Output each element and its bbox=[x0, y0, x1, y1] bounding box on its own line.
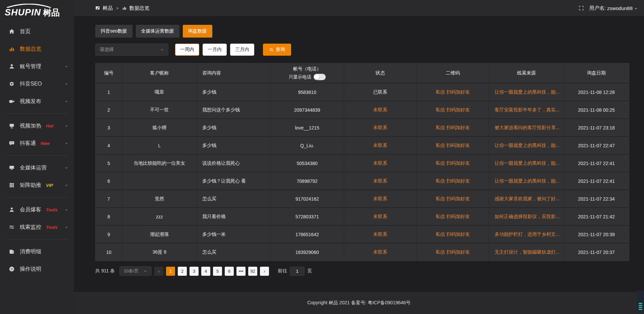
phone-only-toggle[interactable] bbox=[314, 74, 326, 80]
cell-account: 917024162 bbox=[271, 190, 344, 207]
main-area: 树品 > 数据总览 用户名: zswodun88 抖音seo数据 bbox=[74, 0, 644, 314]
search-button[interactable]: 查询 bbox=[263, 44, 291, 56]
search-icon bbox=[269, 47, 274, 52]
cell-id: 10 bbox=[96, 244, 122, 261]
cell-source-link[interactable]: 被大家追着问的客厅投影分享... bbox=[489, 119, 564, 136]
table-row: 5 当地比较能吃的一位美女 说说价格让我死心 50534380 未联系 私信 扫… bbox=[96, 155, 629, 172]
sidebar-item-doketong[interactable]: 抖客通 New bbox=[0, 135, 74, 152]
topbar: 树品 > 数据总览 用户名: zswodun88 bbox=[74, 0, 644, 16]
gear-icon bbox=[9, 81, 15, 87]
cell-source-link[interactable]: 客厅安装投影半年多了，真实... bbox=[489, 101, 564, 118]
page-size-select[interactable]: 10条/页 bbox=[119, 266, 152, 276]
col-header-status: 状态 bbox=[344, 63, 417, 83]
cell-status: 未联系 bbox=[344, 226, 417, 243]
cell-source-link[interactable]: 如何正确选择投影仪，买投影... bbox=[489, 208, 564, 225]
cell-qrcode-link[interactable]: 私信 扫码加好友 bbox=[417, 190, 489, 207]
app-window: SHUPIN 树品 首页 数据总览 账号管理 抖音SEO bbox=[0, 0, 644, 314]
fullscreen-icon[interactable] bbox=[579, 5, 584, 11]
next-page-button[interactable]: › bbox=[260, 267, 269, 276]
cell-account: 9583810 bbox=[271, 84, 344, 101]
user-menu[interactable]: 用户名: zswodun88 bbox=[589, 5, 638, 11]
cell-account: 183929060 bbox=[271, 244, 344, 261]
sidebar-divider bbox=[6, 239, 68, 240]
data-tab-button[interactable]: 全媒体运营数据 bbox=[136, 25, 179, 38]
cell-id: 9 bbox=[96, 226, 122, 243]
cell-date: 2021-11-07 23:18 bbox=[564, 119, 629, 136]
data-tab-button[interactable]: 抖音seo数据 bbox=[95, 25, 132, 38]
sidebar-item-home[interactable]: 首页 bbox=[0, 23, 74, 40]
sidebar-item-data-overview[interactable]: 数据总览 bbox=[0, 40, 74, 58]
cell-qrcode-link[interactable]: 私信 扫码加好友 bbox=[417, 119, 489, 136]
cell-date: 2021-11-07 22:41 bbox=[564, 172, 629, 190]
cell-qrcode-link[interactable]: 私信 扫码加好友 bbox=[417, 101, 489, 118]
sidebar-item-video-publish[interactable]: 视频发布 bbox=[0, 93, 74, 110]
cell-source-link[interactable]: 让你一眼就爱上的黑科技，能... bbox=[489, 172, 564, 190]
page-number-button[interactable]: 4 bbox=[201, 267, 210, 276]
cell-content: 多少钱 bbox=[197, 119, 270, 136]
breadcrumb-root[interactable]: 树品 bbox=[103, 5, 113, 11]
goto-page-input[interactable] bbox=[290, 267, 305, 276]
page-number-button[interactable]: 1 bbox=[166, 267, 175, 276]
sidebar-item-douyin-seo[interactable]: 抖音SEO bbox=[0, 75, 74, 93]
page-number-button[interactable]: 6 bbox=[225, 267, 234, 276]
table-row: 3 狐小狸 多少钱 love__1215 未联系 私信 扫码加好友 被大家追着问… bbox=[96, 119, 629, 137]
cell-account: 70898792 bbox=[271, 172, 344, 190]
cell-content: 多少钱？让我死心 看 bbox=[197, 172, 270, 190]
sidebar-item-lead-monitor[interactable]: 线索监控 Tools bbox=[0, 218, 74, 236]
cell-source-link[interactable]: 让你一眼就爱上的黑科技，能... bbox=[489, 84, 564, 101]
period-button[interactable]: 三月内 bbox=[230, 44, 254, 56]
breadcrumb: 树品 > 数据总览 bbox=[95, 5, 150, 11]
floating-service-widget[interactable] bbox=[637, 291, 644, 312]
cell-source-link[interactable]: 让你一眼就爱上的黑科技，能... bbox=[489, 137, 564, 154]
cell-qrcode-link[interactable]: 私信 扫码加好友 bbox=[417, 226, 489, 243]
sidebar-nav: 首页 数据总览 账号管理 抖音SEO 视频发布 bbox=[0, 20, 74, 314]
cell-qrcode-link[interactable]: 私信 扫码加好友 bbox=[417, 84, 489, 101]
cell-qrcode-link[interactable]: 私信 扫码加好友 bbox=[417, 172, 489, 190]
chevron-down-icon bbox=[64, 124, 68, 128]
table-row: 10 36度 8 怎么买 183929060 未联系 私信 扫码加好友 无主灯设… bbox=[96, 244, 629, 261]
cell-source-link[interactable]: 感谢大家喜欢我家，被问了好... bbox=[489, 190, 564, 207]
cell-qrcode-link[interactable]: 私信 扫码加好友 bbox=[417, 208, 489, 225]
sidebar-item-member-baoke[interactable]: 会员爆客 Tools bbox=[0, 201, 74, 218]
sidebar-item-video-heat[interactable]: 视频加热 Hot bbox=[0, 117, 74, 135]
period-button[interactable]: 一月内 bbox=[203, 44, 227, 56]
cell-status: 未联系 bbox=[344, 208, 417, 225]
prev-page-button[interactable]: ‹ bbox=[154, 267, 163, 276]
sidebar-item-consumption-detail[interactable]: 消费明细 bbox=[0, 243, 74, 260]
vip-badge: VIP bbox=[46, 183, 53, 188]
table-row: 2 不可一世 我想问这个多少钱 2097344839 未联系 私信 扫码加好友 … bbox=[96, 101, 629, 119]
breadcrumb-current: 数据总览 bbox=[129, 5, 150, 11]
goto-label: 前往 bbox=[278, 268, 287, 274]
cell-qrcode-link[interactable]: 私信 扫码加好友 bbox=[417, 155, 489, 172]
sidebar-item-account-mgmt[interactable]: 账号管理 bbox=[0, 58, 74, 75]
cell-content: 怎么买 bbox=[197, 244, 270, 261]
cell-id: 6 bbox=[96, 172, 122, 190]
page-number-button[interactable]: 92 bbox=[248, 267, 257, 276]
page-number-button[interactable]: 3 bbox=[190, 267, 199, 276]
cell-source-link[interactable]: 无主灯设计，智能磁吸轨道灯... bbox=[489, 244, 564, 261]
cell-source-link[interactable]: 多功能护栏灯，适用于乡村文... bbox=[489, 226, 564, 243]
period-buttons: 一周内 一月内 三月内 bbox=[175, 44, 254, 56]
page-number-button[interactable]: 5 bbox=[213, 267, 222, 276]
cell-content: 多少钱 bbox=[197, 84, 270, 101]
toggle-knob bbox=[314, 74, 319, 80]
sidebar-item-instructions[interactable]: ? 操作说明 bbox=[0, 260, 74, 278]
logo-brand-cn: 树品 bbox=[43, 7, 60, 18]
sidebar-item-omnimedia[interactable]: 全媒体运营 bbox=[0, 159, 74, 176]
page-number-button[interactable]: ••• bbox=[236, 267, 246, 276]
sidebar-item-matrix-boost[interactable]: 矩阵助推 VIP bbox=[0, 176, 74, 194]
page-number-button[interactable]: 2 bbox=[178, 267, 187, 276]
svg-text:?: ? bbox=[11, 267, 13, 271]
filter-select[interactable]: 请选择 bbox=[95, 44, 168, 56]
chevron-down-icon bbox=[64, 99, 68, 103]
logo-brand-text: SHUPIN bbox=[5, 7, 41, 18]
period-button[interactable]: 一周内 bbox=[175, 44, 199, 56]
table-body: 1 哦章 多少钱 9583810 已联系 私信 扫码加好友 让你一眼就爱上的黑科… bbox=[96, 84, 629, 261]
col-header-date: 询盘日期 bbox=[564, 63, 629, 83]
cell-qrcode-link[interactable]: 私信 扫码加好友 bbox=[417, 137, 489, 154]
cell-source-link[interactable]: 让你一眼就爱上的黑科技，能... bbox=[489, 155, 564, 172]
data-tab-button[interactable]: 询盘数据 bbox=[183, 25, 212, 38]
table-row: 8 zzz 我只看价格 572803371 未联系 私信 扫码加好友 如何正确选… bbox=[96, 208, 629, 226]
cell-nickname: 哦章 bbox=[122, 84, 197, 101]
cell-qrcode-link[interactable]: 私信 扫码加好友 bbox=[417, 244, 489, 261]
